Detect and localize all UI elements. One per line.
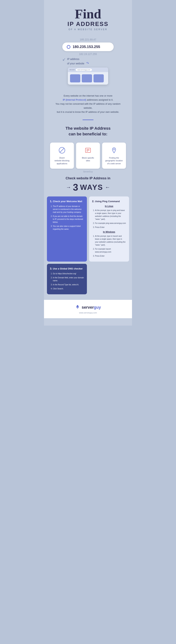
card-divert: Divertwebsite-blockingapplications (50, 142, 74, 169)
beneficial-title: The website IP Address can be beneficial… (58, 124, 118, 139)
step2-windows-item-1: At the prompt, type in tracert and leave… (95, 235, 126, 246)
ip-main-box: 180.235.153.255 (62, 42, 114, 51)
step-dns-checker: 3. Use a Global DNS checker Go to https:… (47, 264, 87, 294)
serverguy-logo-icon (75, 304, 80, 310)
browser-block-3 (93, 74, 104, 82)
section-divider (83, 120, 93, 120)
step2-linux-title: In Linux (92, 205, 126, 208)
ip-label-text: IP address of your website ↷ (67, 58, 89, 66)
step3-num: 3. (50, 267, 52, 270)
step2-windows-item-2: For example tracert www.serverguy.com (95, 248, 126, 254)
step2-title: 2. Using Ping Command (92, 200, 126, 203)
arrow-right-icon: → (66, 184, 71, 190)
browser-mockup: www.serverguy.com (68, 68, 108, 84)
step2-windows-list: At the prompt, type in tracert and leave… (92, 235, 126, 258)
svg-point-6 (113, 149, 115, 150)
browser-content (68, 72, 108, 84)
step2-num: 2. (92, 200, 94, 203)
step3-item-3: In the Record Type list, select A. (53, 283, 84, 286)
step3-item-4: Click Search. (53, 287, 84, 290)
serverguy-brand-label: ServerGuy (83, 170, 93, 173)
step3-item-1: Go to https://dnschecker.org/ (53, 272, 84, 275)
browser-dot-3 (73, 69, 75, 70)
footer-logo-text: serverguy (82, 305, 101, 310)
browser-block-1 (70, 74, 80, 82)
step2-windows-item-3: Press Enter (95, 254, 126, 258)
arrow-left-icon: ← (105, 184, 110, 190)
ip-display-area: 185.221.69.47 180.235.153.255 182.19.127… (44, 34, 132, 88)
cards-row: Divertwebsite-blockingapplications Block… (46, 139, 130, 172)
description-section: Every website on the internet has one or… (44, 88, 132, 120)
step1-num: 1. (50, 200, 52, 203)
step3-list: Go to https://dnschecker.org/ In the Dom… (50, 272, 84, 290)
desc-line3: You may not be concerned with the IP add… (56, 102, 121, 109)
browser-dot-1 (70, 69, 71, 70)
header-ip: IP ADDRESS (68, 20, 108, 28)
step1-item-1: The IP address of your domain or server … (53, 205, 84, 214)
card-divert-text: Divertwebsite-blockingapplications (54, 156, 69, 165)
step2-linux-item-2: For example ping www.serverguy.com (95, 222, 126, 225)
card-block-text: Block specificsites (82, 156, 94, 162)
card-finding-text: Finding thegeographic locationof a web s… (105, 156, 123, 165)
step1-title: 1. Check your Welcome Mail (50, 200, 84, 203)
browser-block-2 (82, 74, 92, 82)
browser-bar: www.serverguy.com (68, 68, 108, 72)
ways-title: Check website IP Address in (62, 174, 114, 180)
step2-linux-item-3: Press Enter (95, 226, 126, 229)
card-block: Block specificsites (76, 142, 100, 169)
header-subtitle: OF A WEBSITE SERVER (68, 28, 108, 31)
steps-grid: 1. Check your Welcome Mail The IP addres… (44, 196, 132, 294)
desc-highlight: IP (Internal Protocol) (63, 98, 86, 101)
ip-main-value: 180.235.153.255 (73, 45, 100, 49)
desc-line2: addresses assigned to it. (87, 98, 113, 101)
step3-title: 3. Use a Global DNS checker (50, 267, 84, 270)
browser-dot-2 (72, 69, 73, 70)
ip-label-area: ↙ IP address of your website ↷ (51, 58, 125, 66)
ways-word: WAYS (80, 183, 103, 192)
location-pin-icon (110, 146, 118, 154)
step-welcome-mail: 1. Check your Welcome Mail The IP addres… (47, 196, 87, 262)
ip-faded-top: 185.221.69.47 (80, 38, 96, 41)
header-section: Find IP ADDRESS OF A WEBSITE SERVER (64, 0, 112, 34)
ip-circle-icon (67, 45, 70, 49)
header-find: Find (68, 7, 108, 20)
step1-item-3: You can also raise a support ticket rega… (53, 225, 84, 231)
step2-linux-list: At the prompt, type in ping and leave a … (92, 209, 126, 229)
step1-item-2: If you are not able to find the domain t… (53, 215, 84, 224)
list-icon (84, 146, 92, 154)
desc-line1: Every website on the internet has one or… (64, 94, 112, 97)
step2-windows-title: In Windows (92, 231, 126, 233)
card-finding: Finding thegeographic locationof a web s… (102, 142, 126, 169)
footer-url: www.serverguy.com (79, 312, 97, 314)
ways-big-label: → 3 WAYS ← (66, 182, 110, 193)
ways-number: 3 (73, 182, 78, 193)
footer-logo: serverguy (75, 304, 101, 310)
browser-url: www.serverguy.com (76, 68, 92, 71)
ip-faded-bottom: 182.19.127.255 (79, 52, 97, 56)
step1-list: The IP address of your domain or server … (50, 205, 84, 231)
step-ping-command: 2. Using Ping Command In Linux At the pr… (89, 196, 129, 262)
step3-item-2: In the Domain field, enter your domain n… (53, 276, 84, 282)
footer-section: serverguy www.serverguy.com (44, 300, 132, 318)
desc-line4: but it is crucial to know the IP address… (57, 110, 119, 113)
svg-line-1 (60, 148, 64, 152)
slash-circle-icon (58, 146, 66, 154)
step2-linux-item-1: At the prompt, type in ping and leave a … (95, 209, 126, 221)
